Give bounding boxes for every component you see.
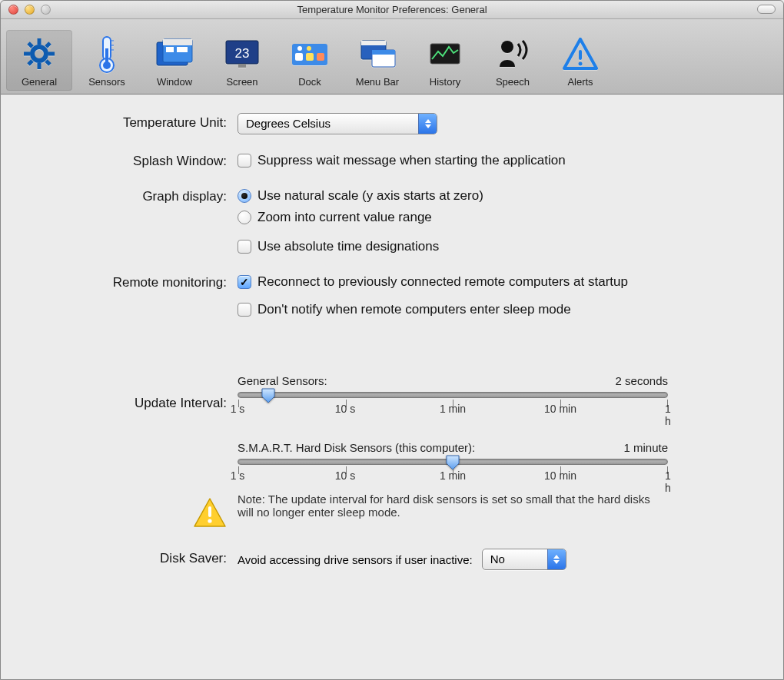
svg-rect-27 (317, 53, 324, 61)
remote-reconnect-checkbox[interactable] (238, 275, 251, 289)
smart-sensors-label: S.M.A.R.T. Hard Disk Sensors (this compu… (238, 441, 475, 454)
general-sensors-thumb[interactable] (261, 387, 276, 404)
close-button[interactable] (8, 5, 18, 15)
warning-icon (193, 497, 227, 532)
toolbar-tab-sensors[interactable]: Sensors (74, 30, 140, 91)
tick-label: 1 min (440, 403, 466, 415)
toolbar-tab-dock[interactable]: Dock (277, 30, 343, 91)
remote-monitoring-label: Remote monitoring: (22, 273, 238, 290)
toolbar-tab-label: Sensors (74, 76, 140, 88)
svg-line-8 (46, 43, 50, 47)
svg-line-6 (46, 61, 50, 65)
svg-point-39 (208, 519, 211, 522)
dock-icon (277, 35, 343, 73)
zoom-button[interactable] (41, 5, 51, 15)
graph-abs-time-text: Use absolute time designations (257, 239, 439, 254)
smart-sensors-value: 1 minute (623, 441, 668, 454)
toolbar-tab-label: Screen (209, 76, 275, 88)
toolbar-tab-general[interactable]: General (6, 30, 72, 91)
tick-label: 1 h (665, 469, 671, 494)
svg-rect-38 (208, 506, 211, 517)
general-sensors-label: General Sensors: (238, 374, 327, 387)
svg-rect-19 (166, 47, 174, 52)
toolbar-tab-history[interactable]: History (412, 30, 478, 91)
graph-zoom-radio[interactable] (238, 211, 251, 224)
toolbar-tab-label: Window (141, 76, 208, 88)
toolbar-tab-label: General (6, 76, 72, 88)
smart-sensors-slider[interactable] (238, 459, 668, 465)
svg-rect-25 (295, 53, 303, 61)
svg-rect-31 (361, 41, 386, 45)
graph-natural-radio[interactable] (238, 189, 251, 203)
graph-natural-text: Use natural scale (y axis starts at zero… (257, 188, 483, 204)
svg-rect-12 (105, 48, 108, 64)
toolbar-tab-label: Menu Bar (344, 76, 410, 88)
select-arrows-icon (418, 114, 437, 134)
history-icon (412, 35, 478, 73)
preferences-toolbar: General Sensors (1, 19, 783, 95)
alerts-icon (547, 35, 613, 73)
window-titlebar[interactable]: Temperature Monitor Preferences: General (1, 1, 783, 19)
graph-zoom-text: Zoom into current value range (257, 210, 432, 225)
graph-abs-time-checkbox[interactable] (238, 240, 251, 254)
toolbar-tab-screen[interactable]: 23 Screen (209, 30, 275, 91)
remote-dont-notify-text: Don't notify when remote computers enter… (257, 302, 571, 317)
menubar-icon (344, 35, 410, 73)
svg-rect-26 (306, 53, 314, 61)
svg-line-7 (28, 61, 32, 65)
smart-sensors-slider-block: S.M.A.R.T. Hard Disk Sensors (this compu… (238, 441, 668, 483)
general-sensors-slider-block: General Sensors: 2 seconds (238, 374, 668, 416)
svg-point-0 (32, 47, 46, 61)
tick-label: 1 h (665, 403, 671, 427)
toolbar-tab-label: Dock (277, 76, 343, 88)
update-interval-note: Note: The update interval for hard disk … (238, 493, 668, 519)
svg-rect-20 (177, 47, 188, 52)
toolbar-tab-label: Speech (480, 76, 546, 88)
toolbar-tab-menubar[interactable]: Menu Bar (344, 30, 410, 91)
temperature-unit-select[interactable]: Degrees Celsius (238, 113, 437, 134)
minimize-button[interactable] (25, 5, 35, 15)
toolbar-tab-alerts[interactable]: Alerts (547, 30, 613, 91)
toolbar-toggle-button[interactable] (757, 5, 776, 14)
graph-display-label: Graph display: (22, 187, 238, 204)
general-sensors-value: 2 seconds (616, 374, 668, 387)
thermo-icon (74, 35, 140, 73)
disk-saver-prompt: Avoid accessing drive sensors if user in… (238, 553, 473, 566)
svg-point-35 (501, 41, 513, 53)
tick-label: 1 s (231, 469, 245, 482)
window-icon (141, 35, 208, 73)
smart-sensors-thumb[interactable] (445, 454, 460, 471)
preferences-content: Temperature Unit: Degrees Celsius Splash… (1, 95, 783, 593)
toolbar-tab-label: History (412, 76, 478, 88)
preferences-window: Temperature Monitor Preferences: General (0, 0, 784, 680)
speech-icon (480, 35, 546, 73)
disk-saver-select[interactable]: No (482, 549, 566, 570)
window-title: Temperature Monitor Preferences: General (297, 4, 487, 15)
toolbar-tab-speech[interactable]: Speech (480, 30, 546, 91)
tick-label: 1 s (231, 403, 245, 415)
suppress-splash-checkbox[interactable] (238, 154, 251, 168)
temperature-unit-label: Temperature Unit: (22, 113, 238, 131)
toolbar-tab-label: Alerts (547, 76, 613, 88)
general-sensors-slider[interactable] (238, 392, 668, 398)
svg-rect-18 (163, 39, 192, 45)
tick-label: 10 min (544, 469, 576, 482)
svg-point-28 (297, 46, 302, 51)
svg-point-37 (579, 62, 583, 66)
suppress-splash-text: Suppress wait message when starting the … (257, 153, 566, 168)
toolbar-tab-window[interactable]: Window (141, 30, 208, 91)
disk-saver-label: Disk Saver: (22, 549, 238, 566)
tick-label: 10 s (335, 403, 355, 415)
tick-label: 1 min (440, 469, 466, 482)
remote-reconnect-text: Reconnect to previously connected remote… (257, 274, 628, 290)
svg-point-29 (307, 46, 311, 51)
traffic-lights (8, 5, 51, 15)
disk-saver-value: No (483, 549, 547, 569)
temperature-unit-value: Degrees Celsius (238, 114, 418, 134)
svg-rect-33 (372, 50, 395, 55)
svg-rect-36 (579, 50, 582, 60)
svg-rect-23 (238, 64, 246, 68)
svg-line-5 (28, 43, 32, 47)
svg-text:23: 23 (235, 46, 250, 61)
remote-dont-notify-checkbox[interactable] (238, 303, 251, 317)
